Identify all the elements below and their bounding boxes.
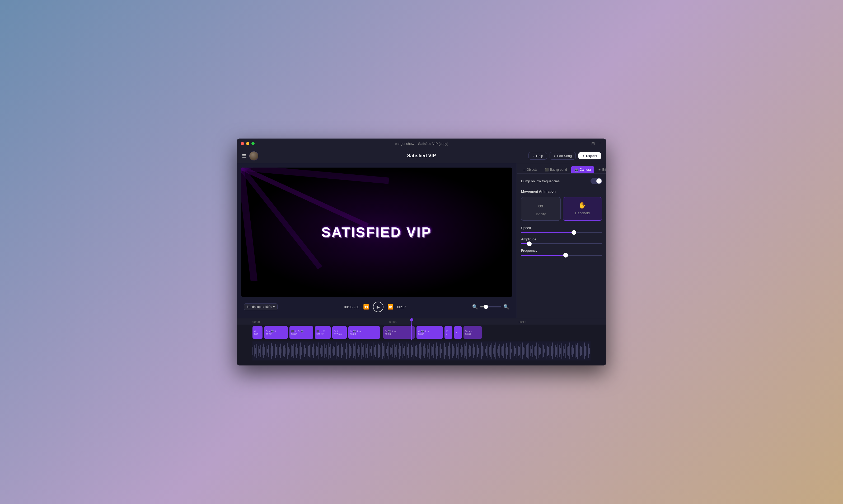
maximize-button[interactable]	[252, 142, 255, 145]
bump-toggle[interactable]	[590, 178, 602, 184]
zoom-in-button[interactable]: 🔍	[503, 304, 509, 310]
camera-icon: 📷	[574, 168, 579, 172]
hamburger-menu-icon[interactable]: ☰	[242, 153, 246, 159]
svg-rect-165	[448, 346, 449, 356]
svg-rect-242	[550, 344, 550, 358]
svg-rect-160	[441, 349, 442, 353]
frequency-slider[interactable]	[521, 255, 602, 256]
svg-rect-47	[292, 346, 293, 356]
svg-rect-161	[443, 345, 443, 357]
svg-rect-137	[411, 345, 412, 357]
help-button[interactable]: ? Help	[529, 152, 547, 160]
svg-rect-159	[440, 344, 441, 358]
help-icon: ?	[532, 154, 534, 158]
amplitude-slider[interactable]	[521, 243, 602, 244]
svg-rect-166	[449, 342, 450, 359]
aspect-ratio-dropdown[interactable]: Landscape (16:9) ▾	[244, 304, 278, 310]
app-header: ☰ Satisfied VIP ? Help ♪ Edit Song ↑ Exp…	[237, 148, 606, 163]
rewind-button[interactable]: ⏪	[362, 303, 370, 311]
svg-rect-268	[584, 342, 585, 359]
track-segment-8[interactable]: ⊙ 📷 ✦ ≡ 00:02	[416, 326, 443, 339]
close-button[interactable]	[241, 142, 244, 145]
svg-rect-94	[354, 346, 355, 356]
svg-rect-164	[447, 345, 447, 357]
movement-handheld-option[interactable]: ✋ Handheld	[563, 197, 602, 221]
svg-rect-162	[444, 343, 445, 359]
track-segment-2[interactable]: ⊙ ≡ 📷 ✦ 00:02	[264, 326, 288, 339]
current-time-display: 00:06.950	[344, 305, 359, 309]
svg-rect-36	[278, 345, 278, 357]
more-options-icon[interactable]: ⋮	[598, 141, 602, 146]
svg-rect-221	[522, 342, 523, 359]
extensions-icon[interactable]: ⊞	[591, 141, 595, 146]
play-button[interactable]: ▶	[373, 302, 383, 312]
svg-rect-124	[394, 344, 395, 358]
zoom-out-button[interactable]: 🔍	[472, 304, 478, 310]
svg-rect-262	[576, 345, 577, 357]
svg-rect-233	[538, 344, 538, 358]
svg-rect-236	[542, 344, 543, 358]
svg-rect-119	[387, 346, 388, 356]
svg-rect-138	[412, 347, 413, 355]
svg-rect-149	[427, 345, 428, 357]
svg-rect-232	[536, 342, 537, 359]
edit-song-button[interactable]: ♪ Edit Song	[550, 152, 576, 160]
track-segment-9[interactable]: ◻ 4	[445, 326, 452, 339]
svg-rect-32	[272, 346, 273, 356]
svg-rect-126	[396, 345, 397, 357]
svg-rect-250	[560, 348, 561, 354]
tab-background[interactable]: ⬛ Background	[542, 166, 570, 173]
svg-rect-89	[347, 347, 348, 355]
svg-rect-115	[382, 343, 383, 359]
track-segment-5[interactable]: ⊙ ✦ 817 ms	[332, 326, 347, 339]
track-segment-6[interactable]: ⊙ 📷 ✦ ≡ 00:03	[348, 326, 380, 339]
svg-rect-127	[398, 349, 398, 353]
svg-rect-157	[437, 346, 438, 356]
movement-infinity-option[interactable]: ∞ Infinity	[521, 197, 561, 221]
track-segment-scene[interactable]: Scene 00:01	[464, 326, 482, 339]
svg-rect-238	[544, 349, 545, 353]
svg-rect-83	[340, 348, 340, 354]
svg-rect-202	[497, 349, 498, 353]
svg-rect-85	[342, 347, 343, 355]
amplitude-label: Amplitude	[521, 237, 602, 241]
svg-rect-73	[326, 345, 327, 357]
tab-camera[interactable]: 📷 Camera	[571, 166, 594, 173]
track-segment-3[interactable]: ⬛ ✦ ⊙ 📷 00:02	[290, 326, 313, 339]
minimize-button[interactable]	[246, 142, 249, 145]
svg-rect-209	[506, 343, 507, 359]
svg-rect-104	[367, 344, 368, 358]
svg-rect-174	[460, 349, 461, 353]
zoom-slider[interactable]	[480, 306, 501, 307]
speed-slider[interactable]	[521, 232, 602, 233]
svg-rect-182	[470, 346, 471, 356]
svg-rect-203	[498, 346, 499, 356]
track-segment-4[interactable]: ⬛ ✦ ◻ 900 ms	[315, 326, 331, 339]
avatar[interactable]	[249, 151, 258, 160]
svg-rect-74	[328, 343, 329, 359]
svg-rect-56	[304, 345, 305, 357]
svg-rect-79	[334, 347, 335, 355]
video-canvas: SATISFIED VIP	[241, 167, 512, 297]
svg-rect-24	[262, 347, 262, 355]
fast-forward-button[interactable]: ⏩	[386, 303, 395, 311]
export-button[interactable]: ↑ Export	[579, 152, 601, 159]
timeline-ruler: 00:00 00:05 00:11	[237, 318, 606, 325]
movement-section-title: Movement Animation	[521, 190, 602, 194]
track-segment-1[interactable]: ⊙ 633	[253, 326, 262, 339]
background-icon: ⬛	[545, 168, 549, 172]
track-segment-10[interactable]: 4	[454, 326, 462, 339]
svg-rect-170	[454, 348, 455, 354]
svg-rect-177	[464, 344, 465, 358]
svg-rect-51	[297, 348, 298, 354]
svg-rect-254	[565, 344, 566, 358]
tab-effects[interactable]: ✦ Effects	[595, 166, 606, 173]
tab-objects[interactable]: ◻ Objects	[519, 166, 540, 173]
svg-rect-116	[383, 346, 384, 356]
svg-rect-223	[524, 348, 525, 354]
track-segment-7[interactable]: ⊙ 📷 ✦ ≡ 00:03	[383, 326, 415, 339]
svg-rect-204	[499, 344, 500, 358]
svg-rect-41	[284, 345, 285, 357]
svg-rect-239	[546, 343, 546, 359]
svg-rect-156	[436, 342, 437, 359]
